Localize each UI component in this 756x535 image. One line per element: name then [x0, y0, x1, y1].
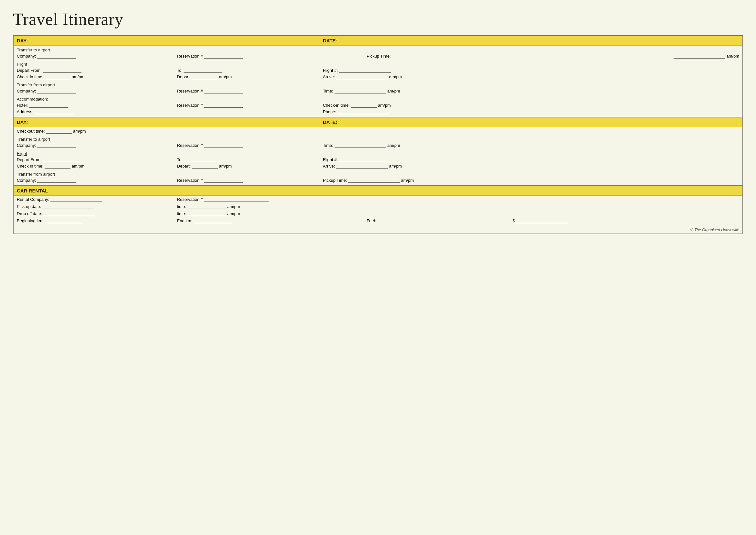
car-rental-fuel-field[interactable] [516, 218, 568, 223]
day1-phone-label: Phone: [323, 109, 336, 114]
day2-flight-row2: Check in time: am/pm Depart: am/pm Arriv… [13, 163, 743, 169]
day1-transfer-from-company-field[interactable] [37, 88, 76, 94]
day1-address-label: Address: [17, 109, 33, 114]
day2-transfer-to-company-label: Company: [17, 143, 36, 148]
car-rental-beginning-km-field[interactable] [44, 218, 83, 223]
day2-flight-checkin-field[interactable] [44, 163, 70, 169]
day2-flight-title-row: Flight [13, 149, 743, 156]
day2-flight-to-field[interactable] [184, 157, 222, 162]
day1-transfer-from-title-row: Transfer from airport [13, 80, 743, 88]
day1-flight-num-label: Flight #: [323, 68, 338, 73]
day2-transfer-to-res-field[interactable] [204, 143, 243, 148]
day2-flight-depart-from-label: Depart From: [17, 157, 42, 162]
car-rental-res-field[interactable] [204, 197, 269, 202]
day1-flight-num-field[interactable] [339, 68, 391, 73]
day1-accommodation-ampm: am/pm [378, 103, 391, 108]
day1-checkin-label: Check-in time: [323, 103, 350, 108]
day2-flight-num-label: Flight #: [323, 157, 338, 162]
day1-flight-title: Flight [17, 60, 27, 67]
car-rental-ampm1: am/pm [227, 204, 240, 209]
day1-flight-arrive-label: Arrive: [323, 74, 335, 79]
day2-checkout-row: Checkout time: am/pm [13, 127, 743, 135]
day1-flight-depart-field[interactable] [192, 74, 218, 79]
day1-transfer-to-title-row: Transfer to airport [13, 45, 743, 53]
day1-transfer-from-res-label: Reservation # [177, 89, 203, 94]
day2-flight-to-label: To: [177, 157, 183, 162]
car-rental-header-row: CAR RENTAL [13, 186, 743, 196]
day1-accommodation-title-row: Accommodation: [13, 94, 743, 102]
day2-flight-ampm2: am/pm [219, 164, 232, 169]
day2-transfer-from-ampm: am/pm [401, 178, 414, 183]
day2-flight-checkin-label: Check in time: [17, 164, 43, 169]
car-rental-end-km-label: End km: [177, 218, 193, 223]
day1-accommodation-res-field[interactable] [204, 102, 243, 108]
day1-flight-depart-from-field[interactable] [43, 68, 81, 73]
day2-transfer-from-company-label: Company: [17, 178, 36, 183]
day1-flight-title-row: Flight [13, 59, 743, 67]
day1-flight-ampm1: am/pm [72, 74, 85, 79]
day1-address-field[interactable] [35, 109, 73, 114]
day2-flight-depart-from-field[interactable] [43, 157, 81, 162]
day2-flight-num-field[interactable] [339, 157, 391, 162]
day1-transfer-from-title: Transfer from airport [17, 80, 55, 87]
car-rental-pickup-date-field[interactable] [42, 204, 94, 209]
day2-checkout-label: Checkout time: [17, 129, 45, 134]
day1-checkin-field[interactable] [351, 102, 377, 108]
day2-transfer-to-time-field[interactable] [335, 143, 386, 148]
car-rental-beginning-km-label: Beginning km: [17, 218, 43, 223]
day2-day-label: DAY: [17, 119, 28, 125]
day1-flight-row1: Depart From: To: Flight #: [13, 67, 743, 73]
car-rental-ampm2: am/pm [227, 211, 240, 216]
day2-transfer-to-company-field[interactable] [37, 143, 76, 148]
day1-accommodation-row2: Address: Phone: [13, 108, 743, 117]
main-table: DAY: DATE: Transfer to airport Company: … [13, 35, 743, 234]
day1-transfer-to-data-row: Company: Reservation # Pickup Time: am/p… [13, 53, 743, 59]
car-rental-res-label: Reservation # [177, 197, 203, 202]
day1-transfer-from-company-label: Company: [17, 89, 36, 94]
day2-flight-title: Flight [17, 149, 27, 156]
day2-header-row: DAY: DATE: [13, 117, 743, 127]
day2-transfer-to-title: Transfer to airport [17, 135, 50, 142]
day1-flight-to-field[interactable] [184, 68, 222, 73]
day2-flight-depart-field[interactable] [192, 163, 218, 169]
day1-phone-field[interactable] [338, 109, 389, 114]
car-rental-dropoff-date-label: Drop off date: [17, 211, 42, 216]
day2-flight-row1: Depart From: To: Flight #: [13, 156, 743, 163]
day1-flight-arrive-field[interactable] [336, 74, 388, 79]
day1-flight-checkin-label: Check in time: [17, 74, 43, 79]
day1-transfer-to-title: Transfer to airport [17, 45, 50, 52]
car-rental-time2-field[interactable] [187, 211, 226, 216]
day2-flight-ampm3: am/pm [389, 164, 402, 169]
day2-transfer-from-company-field[interactable] [37, 178, 76, 183]
day2-transfer-from-title: Transfer from airport [17, 170, 55, 177]
car-rental-company-field[interactable] [50, 197, 102, 202]
day1-transfer-to-res-field[interactable] [204, 53, 243, 59]
car-rental-row3: Drop off date: time: am/pm [13, 210, 743, 217]
day1-transfer-from-res-field[interactable] [204, 88, 243, 94]
day2-flight-depart-label: Depart: [177, 164, 191, 169]
day1-accommodation-res-label: Reservation # [177, 103, 203, 108]
day1-transfer-from-data-row: Company: Reservation # Time: am/pm [13, 88, 743, 94]
day1-day-label: DAY: [17, 38, 28, 43]
day1-transfer-to-pickup-label: Pickup Time: [366, 54, 391, 59]
day2-transfer-from-pickup-field[interactable] [348, 178, 400, 183]
car-rental-row1: Rental Company: Reservation # [13, 196, 743, 203]
day2-checkout-field[interactable] [46, 128, 72, 134]
day2-transfer-from-res-field[interactable] [204, 178, 243, 183]
day1-hotel-field[interactable] [29, 102, 68, 108]
day1-flight-depart-label: Depart: [177, 74, 191, 79]
day1-hotel-label: Hotel: [17, 103, 28, 108]
day1-transfer-to-pickup-field[interactable] [674, 53, 725, 59]
car-rental-time-field[interactable] [187, 204, 226, 209]
car-rental-time-label: time: [177, 204, 186, 209]
day1-transfer-to-company-field[interactable] [37, 53, 76, 59]
day1-flight-checkin-field[interactable] [44, 74, 70, 79]
car-rental-end-km-field[interactable] [194, 218, 232, 223]
day2-transfer-from-title-row: Transfer from airport [13, 169, 743, 177]
car-rental-dropoff-date-field[interactable] [43, 211, 95, 216]
day1-transfer-from-time-field[interactable] [335, 88, 386, 94]
day2-flight-arrive-field[interactable] [336, 163, 388, 169]
page-title: Travel Itinerary [13, 10, 743, 29]
car-rental-company-label: Rental Company: [17, 197, 49, 202]
day1-flight-ampm3: am/pm [389, 74, 402, 79]
